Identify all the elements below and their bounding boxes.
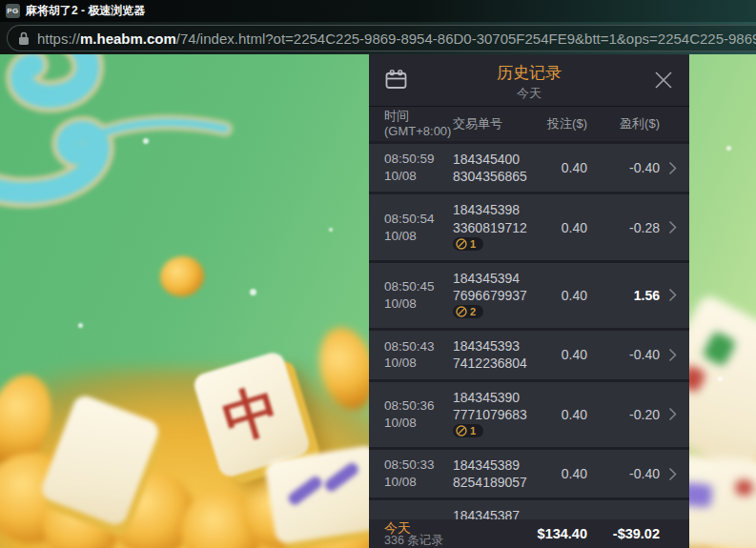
table-row[interactable]: 08:50:54 10/08 184345398 3360819712 1 — [369, 194, 689, 259]
history-panel: 历史记录 今天 时间 (GMT+8:00) 交易单号 投注($) 盈利($) — [369, 54, 689, 548]
chevron-right-icon — [668, 288, 677, 302]
bonus-badge: 2 — [453, 305, 483, 318]
pg-favicon: PG — [6, 4, 20, 18]
table-row[interactable]: 08:50:43 10/08 184345393 7412236804 0.40… — [369, 331, 689, 378]
url-scheme: https:// — [37, 30, 80, 47]
bonus-count: 2 — [470, 306, 476, 317]
panel-title: 历史记录 — [369, 62, 689, 84]
row-time: 08:50:43 10/08 — [384, 338, 453, 373]
column-header-bet: 投注($) — [534, 115, 587, 132]
url-text: https://m.heabm.com/74/index.html?ot=225… — [37, 30, 756, 47]
row-transaction: 184345387 3780440064 1 — [453, 507, 534, 519]
url-host: m.heabm.com — [80, 30, 176, 47]
chevron-right-icon — [668, 348, 677, 362]
panel-subtitle: 今天 — [369, 85, 689, 102]
row-bet: 0.40 — [534, 347, 587, 362]
history-rows: 08:50:59 10/08 184345400 8304356865 0.40… — [369, 141, 689, 519]
footer-summary: 今天 336 条记录 — [384, 521, 453, 547]
row-transaction: 184345400 8304356865 — [453, 151, 534, 185]
column-header-transaction: 交易单号 — [453, 115, 534, 132]
bonus-count: 1 — [470, 425, 476, 436]
bonus-coin-icon — [456, 238, 467, 250]
row-time: 08:50:36 10/08 — [384, 397, 453, 432]
bonus-badge: 1 — [453, 237, 483, 251]
row-profit: -0.40 — [587, 466, 660, 481]
chevron-right-icon — [668, 407, 677, 421]
sparkle — [78, 323, 83, 328]
row-bet: 0.40 — [534, 160, 587, 175]
sparkle — [143, 138, 149, 144]
table-row[interactable]: 08:50:45 10/08 184345394 7696679937 2 — [369, 263, 689, 328]
bonus-coin-icon — [456, 425, 467, 436]
row-time: 08:50:54 10/08 — [384, 211, 453, 245]
red-dragon-character: 中 — [215, 371, 289, 458]
table-footer: 今天 336 条记录 $134.40 -$39.02 — [369, 519, 689, 548]
row-profit: -0.40 — [587, 347, 660, 362]
row-profit: -0.20 — [587, 407, 660, 422]
address-input[interactable]: https://m.heabm.com/74/index.html?ot=225… — [7, 25, 756, 51]
table-row[interactable]: 08:50:33 10/08 184345389 8254189057 0.40… — [369, 450, 689, 497]
sparkle — [329, 228, 333, 232]
chevron-right-icon — [668, 467, 677, 481]
sparkle — [718, 376, 723, 381]
row-time: 08:50:45 10/08 — [384, 278, 453, 313]
close-icon — [653, 70, 674, 91]
row-time: 08:50:33 10/08 — [384, 457, 453, 491]
cloud-swirl-decoration — [0, 54, 290, 220]
row-transaction: 184345393 7412236804 — [453, 337, 534, 372]
row-profit: -0.40 — [587, 160, 660, 175]
url-path: /74/index.html?ot=2254C225-9869-8954-86D… — [176, 30, 756, 47]
calendar-icon — [384, 69, 408, 91]
footer-total-profit: -$39.02 — [587, 526, 660, 541]
window-title: 麻将胡了2 - 极速浏览器 — [26, 3, 145, 19]
column-header-time: 时间 (GMT+8:00) — [384, 109, 453, 139]
row-profit: -0.28 — [587, 220, 660, 235]
browser-window: PG 麻将胡了2 - 极速浏览器 https://m.heabm.com/74/… — [0, 0, 756, 548]
column-header-profit: 盈利($) — [587, 115, 660, 132]
calendar-button[interactable] — [384, 69, 408, 91]
table-row[interactable]: 08:50:27 10/08 184345387 3780440064 1 — [369, 500, 689, 519]
row-transaction: 184345398 3360819712 1 — [453, 201, 534, 253]
row-bet: 0.40 — [534, 407, 587, 422]
sparkle — [726, 146, 731, 151]
gold-coin — [157, 253, 208, 299]
browser-urlbar: https://m.heabm.com/74/index.html?ot=225… — [0, 22, 756, 54]
lock-icon — [18, 31, 30, 46]
row-transaction: 184345390 7771079683 1 — [453, 389, 534, 440]
bonus-count: 1 — [470, 238, 476, 250]
row-profit: 1.56 — [587, 288, 660, 303]
browser-titlebar: PG 麻将胡了2 - 极速浏览器 — [0, 0, 756, 22]
bonus-badge: 1 — [453, 424, 483, 437]
table-row[interactable]: 08:50:36 10/08 184345390 7771079683 1 — [369, 382, 689, 447]
close-button[interactable] — [653, 70, 674, 91]
chevron-right-icon — [668, 220, 677, 234]
row-bet: 0.40 — [534, 288, 587, 303]
row-bet: 0.40 — [534, 220, 587, 235]
sparkle — [250, 289, 256, 295]
row-bet: 0.40 — [534, 466, 587, 481]
row-time: 08:50:59 10/08 — [384, 151, 453, 185]
row-transaction: 184345394 7696679937 2 — [453, 270, 534, 321]
footer-total-bet: $134.40 — [534, 526, 587, 541]
table-header: 时间 (GMT+8:00) 交易单号 投注($) 盈利($) — [369, 107, 689, 141]
table-row[interactable]: 08:50:59 10/08 184345400 8304356865 0.40… — [369, 144, 689, 192]
row-transaction: 184345389 8254189057 — [453, 457, 534, 491]
history-panel-header: 历史记录 今天 — [369, 54, 689, 107]
chevron-right-icon — [668, 161, 677, 175]
bonus-coin-icon — [456, 306, 467, 317]
